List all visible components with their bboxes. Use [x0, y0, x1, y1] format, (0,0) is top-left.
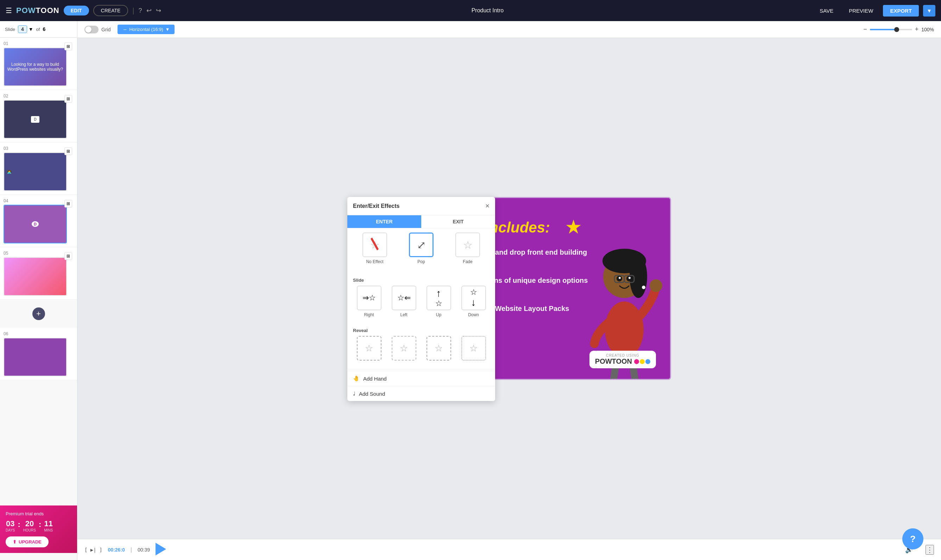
- play-button[interactable]: [156, 543, 166, 557]
- slide-down-box[interactable]: ☆ ↓: [461, 286, 486, 310]
- play-icon: [156, 543, 166, 555]
- effect-fade[interactable]: ☆ Fade: [446, 232, 490, 264]
- no-effect-label: No Effect: [366, 259, 383, 264]
- logo-row: POWTOON: [595, 357, 650, 366]
- slide-down-star-icon: ☆: [470, 288, 477, 297]
- powtoon-logo-badge: CREATED USING POWTOON: [590, 351, 656, 368]
- svg-point-16: [650, 279, 662, 292]
- slide-item-3[interactable]: 03 🧑‍💻 ⊞: [0, 143, 77, 195]
- slide-item-1[interactable]: 01 Looking for a way to build WordPress …: [0, 38, 77, 90]
- zoom-slider-thumb[interactable]: [894, 27, 899, 32]
- zoom-out-button[interactable]: −: [863, 26, 867, 33]
- slide-item-2[interactable]: 02 D ⊞: [0, 90, 77, 143]
- timer-days-label: DAYS: [6, 528, 15, 532]
- slide-thumbnail-2[interactable]: D: [3, 100, 67, 138]
- upgrade-icon: ⬆: [13, 539, 17, 545]
- add-sound-label: Add Sound: [359, 391, 385, 397]
- no-effect-box[interactable]: ☆ /: [362, 232, 387, 257]
- zoom-slider[interactable]: [870, 29, 912, 30]
- reveal-1-box[interactable]: ☆: [357, 336, 382, 360]
- slide-thumbnail-4[interactable]: D: [3, 205, 67, 243]
- slide-num-05: 05: [3, 251, 74, 256]
- effect-slide-down[interactable]: ☆ ↓ Down: [457, 286, 490, 317]
- timer-days: 03 DAYS: [6, 519, 15, 532]
- orientation-button[interactable]: ↔ Horizontal (16:9) ▼: [117, 25, 174, 34]
- preview-button[interactable]: PREVIEW: [843, 6, 879, 16]
- reveal-4-box[interactable]: ☆: [461, 336, 486, 360]
- export-button[interactable]: EXPORT: [883, 5, 919, 17]
- reveal-2-box[interactable]: ☆: [392, 336, 416, 360]
- slide-thumbnail-1[interactable]: Looking for a way to build WordPress web…: [3, 48, 67, 86]
- slide-section-title: Slide: [353, 277, 490, 283]
- svg-point-17: [642, 286, 645, 289]
- slide-up-icon-group: ↑ ☆: [435, 288, 442, 308]
- add-slide-button[interactable]: +: [32, 308, 45, 320]
- help-button[interactable]: ?: [902, 528, 923, 549]
- help-circle-icon[interactable]: ?: [139, 7, 142, 14]
- created-using-label: CREATED USING: [606, 354, 639, 357]
- effect-reveal-1[interactable]: ☆: [353, 336, 385, 360]
- effect-slide-right[interactable]: ⇒☆ Right: [353, 286, 385, 317]
- slide-num-02: 02: [3, 94, 74, 98]
- timer-mins-num: 11: [44, 519, 53, 528]
- grid-toggle[interactable]: Grid: [85, 26, 111, 34]
- effect-no-effect[interactable]: ☆ / No Effect: [353, 232, 397, 264]
- slide-number-selector[interactable]: 4 ▼: [18, 25, 34, 33]
- pop-box[interactable]: ⤢: [409, 232, 434, 257]
- more-options-button[interactable]: ⋮: [926, 545, 934, 555]
- edit-button[interactable]: EDIT: [64, 6, 89, 15]
- hamburger-menu-icon[interactable]: ☰: [6, 6, 12, 15]
- undo-icon[interactable]: ↩: [146, 7, 152, 14]
- slide-icon-5: ⊞: [65, 252, 72, 260]
- effect-pop[interactable]: ⤢ Pop: [399, 232, 443, 264]
- effects-close-button[interactable]: ×: [485, 202, 490, 210]
- upgrade-button[interactable]: ⬆ UPGRADE: [6, 537, 49, 547]
- slide-effects-grid: ⇒☆ Right ☆⇐ Left: [353, 286, 490, 317]
- fade-box[interactable]: ☆: [455, 232, 480, 257]
- create-button[interactable]: CREATE: [93, 5, 128, 16]
- timer-hours-label: HOURS: [23, 528, 36, 532]
- slide-icon-bar-1: ⊞: [65, 43, 72, 50]
- grid-toggle-switch[interactable]: [85, 26, 99, 34]
- slide-down-label: Down: [468, 312, 479, 317]
- slide-right-box[interactable]: ⇒☆: [357, 286, 382, 310]
- slide-thumbnail-5[interactable]: [3, 257, 67, 296]
- slide-item-4[interactable]: 04 D ⊞: [0, 195, 77, 247]
- slide-thumb-bg-3: 🧑‍💻: [4, 153, 66, 190]
- zoom-in-button[interactable]: +: [915, 26, 919, 33]
- add-sound-action[interactable]: ♩ Add Sound: [347, 386, 495, 401]
- basic-effects-section: ☆ / No Effect ⤢: [347, 228, 495, 274]
- slide-up-box[interactable]: ↑ ☆: [427, 286, 451, 310]
- tab-exit[interactable]: EXIT: [421, 215, 495, 228]
- effect-slide-up[interactable]: ↑ ☆ Up: [423, 286, 455, 317]
- reveal-effects-section: Reveal ☆ ☆: [347, 324, 495, 368]
- reveal-3-box[interactable]: ☆: [427, 336, 451, 360]
- slide-left-box[interactable]: ☆⇐: [392, 286, 416, 310]
- divider-1: [347, 369, 495, 369]
- dot-pink: [634, 359, 639, 364]
- orientation-icon: ↔: [122, 27, 127, 32]
- slide-thumbnail-6[interactable]: [3, 338, 67, 376]
- effects-title: Enter/Exit Effects: [353, 203, 399, 209]
- slide-thumbnail-3[interactable]: 🧑‍💻: [3, 152, 67, 191]
- time-separator: |: [131, 547, 132, 553]
- save-button[interactable]: SAVE: [814, 6, 839, 16]
- effects-header: Enter/Exit Effects ×: [347, 197, 495, 215]
- effect-reveal-2[interactable]: ☆: [388, 336, 420, 360]
- reveal-section-title: Reveal: [353, 328, 490, 333]
- dot-yellow: [640, 359, 645, 364]
- effect-reveal-3[interactable]: ☆: [423, 336, 455, 360]
- add-hand-action[interactable]: 🤚 Add Hand: [347, 371, 495, 386]
- redo-icon[interactable]: ↪: [156, 7, 161, 14]
- export-dropdown-button[interactable]: ▼: [923, 5, 935, 17]
- effects-panel: Enter/Exit Effects × ENTER EXIT: [347, 197, 495, 401]
- slide-item-6[interactable]: 06: [0, 328, 77, 380]
- effect-reveal-4[interactable]: ☆: [457, 336, 490, 360]
- slide-num-01: 01: [3, 41, 74, 46]
- slide-item-5[interactable]: 05 ⊞: [0, 247, 77, 300]
- logo-text: POWTOON: [595, 357, 632, 366]
- effect-slide-left[interactable]: ☆⇐ Left: [388, 286, 420, 317]
- tab-enter[interactable]: ENTER: [347, 215, 421, 228]
- slide-thumb-bg-6: [4, 338, 66, 376]
- slide-number-display[interactable]: 4: [18, 25, 27, 33]
